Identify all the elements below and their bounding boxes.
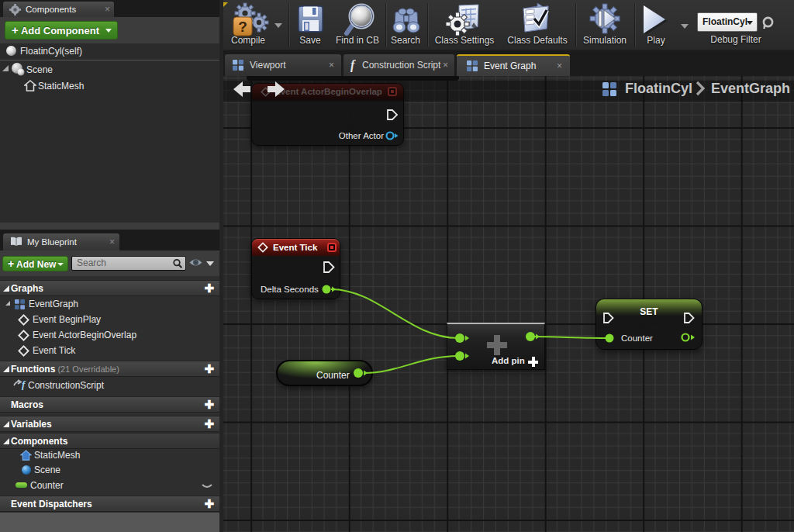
svg-text:?: ? bbox=[238, 19, 247, 35]
svg-text:FloatinCyl: FloatinCyl bbox=[625, 81, 692, 96]
svg-text:EventGraph: EventGraph bbox=[711, 81, 790, 96]
